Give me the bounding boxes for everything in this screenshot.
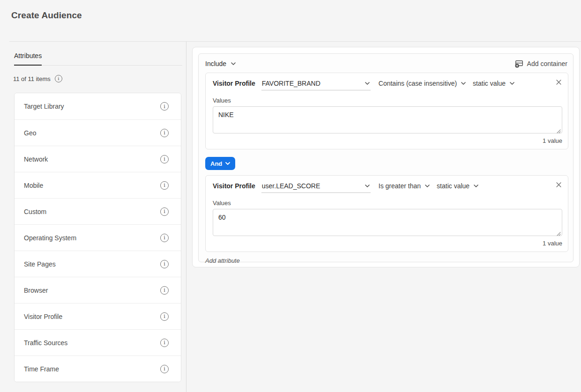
remove-rule-button[interactable]: [556, 181, 562, 187]
info-icon[interactable]: i: [160, 260, 169, 268]
attribute-row-label: Time Frame: [24, 365, 160, 373]
include-dropdown-label: Include: [205, 60, 226, 67]
info-icon[interactable]: i: [160, 155, 169, 163]
page-header: Create Audience: [0, 0, 581, 42]
info-icon[interactable]: i: [160, 234, 169, 242]
chevron-down-icon: [225, 162, 230, 165]
add-attribute-link[interactable]: Add attribute: [205, 257, 240, 264]
remove-rule-button[interactable]: [556, 79, 562, 85]
audience-panel: Include Add container: [192, 47, 580, 267]
attribute-row-label: Traffic Sources: [24, 339, 160, 347]
attribute-row-mobile[interactable]: Mobile i: [15, 172, 181, 198]
value-box: 60: [213, 209, 562, 238]
value-count: 1 value: [213, 137, 562, 144]
page-title: Create Audience: [11, 10, 82, 21]
operator-select[interactable]: Is greater than: [379, 181, 430, 190]
values-textarea[interactable]: NIKE: [213, 106, 562, 133]
close-icon: [556, 80, 561, 85]
info-icon[interactable]: i: [160, 286, 169, 295]
close-icon: [556, 182, 561, 187]
items-count-row: 11 of 11 items i: [13, 75, 186, 82]
add-container-label: Add container: [527, 60, 567, 67]
rule-row: Visitor Profile FAVORITE_BRAND Contains …: [213, 79, 562, 90]
value-type-select[interactable]: static value: [473, 79, 514, 87]
and-join-label: And: [210, 160, 222, 167]
chevron-down-icon: [365, 82, 370, 85]
attribute-list: Target Library i Geo i Network i Mobile …: [14, 93, 181, 382]
chevron-down-icon: [510, 82, 514, 85]
attribute-select[interactable]: user.LEAD_SCORE: [261, 181, 371, 193]
value-type-select-value: static value: [473, 80, 506, 87]
sidebar-tabbar: Attributes: [14, 42, 182, 66]
container-header: Include Add container: [199, 54, 573, 73]
chevron-down-icon: [461, 82, 466, 85]
values-label: Values: [213, 97, 562, 104]
attribute-row-target-library[interactable]: Target Library i: [15, 93, 181, 119]
tab-attributes[interactable]: Attributes: [14, 52, 42, 66]
attribute-row-site-pages[interactable]: Site Pages i: [15, 251, 181, 277]
attribute-row-label: Network: [24, 155, 160, 163]
attribute-row-time-frame[interactable]: Time Frame i: [15, 355, 181, 382]
content: Attributes 11 of 11 items i Target Libra…: [0, 42, 581, 392]
operator-select-value: Is greater than: [379, 182, 421, 190]
values-textarea[interactable]: 60: [213, 209, 562, 236]
attribute-row-label: Mobile: [24, 182, 160, 189]
header-divider: [9, 41, 581, 42]
chevron-down-icon: [425, 185, 430, 187]
info-icon[interactable]: i: [160, 365, 169, 373]
attribute-row-traffic-sources[interactable]: Traffic Sources i: [15, 329, 181, 355]
attribute-select-value: user.LEAD_SCORE: [262, 182, 320, 190]
values-label: Values: [213, 200, 562, 207]
chevron-down-icon: [231, 62, 236, 65]
builder-main: Include Add container: [186, 42, 581, 392]
attribute-row-label: Custom: [24, 208, 160, 215]
info-icon[interactable]: i: [160, 312, 169, 321]
rule-category-label: Visitor Profile: [213, 181, 255, 190]
attribute-row-custom[interactable]: Custom i: [15, 198, 181, 224]
attribute-row-label: Operating System: [24, 234, 160, 242]
attribute-row-label: Target Library: [24, 103, 160, 110]
attribute-row-label: Geo: [24, 129, 160, 137]
items-count-info-icon[interactable]: i: [55, 75, 62, 82]
attribute-row-label: Site Pages: [24, 260, 160, 268]
rule-card-lead-score: Visitor Profile user.LEAD_SCORE Is great…: [205, 175, 568, 252]
info-icon[interactable]: i: [160, 207, 169, 216]
attribute-row-label: Visitor Profile: [24, 313, 160, 320]
attribute-row-geo[interactable]: Geo i: [15, 119, 181, 146]
value-type-select-value: static value: [437, 182, 469, 190]
value-box: NIKE: [213, 106, 562, 135]
chevron-down-icon: [365, 185, 370, 187]
value-count: 1 value: [213, 240, 562, 247]
attribute-row-label: Browser: [24, 287, 160, 294]
info-icon[interactable]: i: [160, 339, 169, 347]
attributes-sidebar: Attributes 11 of 11 items i Target Libra…: [0, 42, 186, 392]
rule-card-favorite-brand: Visitor Profile FAVORITE_BRAND Contains …: [205, 73, 568, 149]
attribute-row-visitor-profile[interactable]: Visitor Profile i: [15, 303, 181, 329]
attribute-row-operating-system[interactable]: Operating System i: [15, 224, 181, 251]
rule-row: Visitor Profile user.LEAD_SCORE Is great…: [213, 181, 562, 193]
info-icon[interactable]: i: [160, 181, 169, 190]
attribute-select[interactable]: FAVORITE_BRAND: [261, 79, 371, 90]
include-dropdown[interactable]: Include: [205, 60, 236, 67]
attribute-row-browser[interactable]: Browser i: [15, 277, 181, 303]
info-icon[interactable]: i: [160, 102, 169, 111]
attribute-row-network[interactable]: Network i: [15, 146, 181, 172]
operator-select-value: Contains (case insensitive): [379, 80, 457, 87]
value-type-select[interactable]: static value: [437, 181, 478, 190]
include-container: Include Add container: [198, 53, 574, 262]
info-icon[interactable]: i: [160, 129, 169, 137]
rule-category-label: Visitor Profile: [213, 79, 255, 87]
add-container-icon: [515, 59, 523, 68]
items-count-label: 11 of 11 items: [13, 75, 51, 82]
and-join-button[interactable]: And: [205, 157, 235, 170]
attribute-select-value: FAVORITE_BRAND: [262, 80, 320, 87]
chevron-down-icon: [474, 185, 478, 187]
add-container-button[interactable]: Add container: [515, 59, 567, 68]
operator-select[interactable]: Contains (case insensitive): [379, 79, 466, 87]
